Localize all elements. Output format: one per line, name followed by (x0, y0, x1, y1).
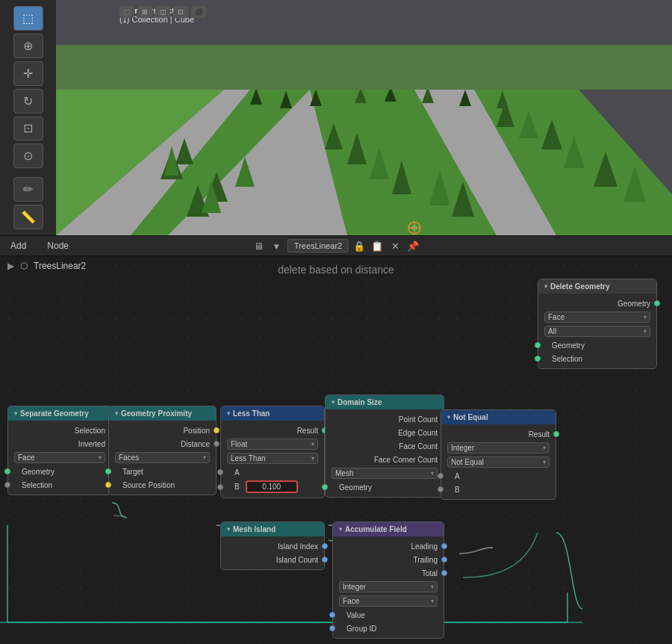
not-equal-header: ▾ Not Equal (441, 410, 556, 424)
less-than-body: Result Float ▾ Less Than ▾ A (221, 421, 324, 498)
notequal-dropdown-row[interactable]: Not Equal ▾ (441, 455, 556, 469)
face-select[interactable]: Face ▾ (14, 452, 105, 463)
node-delete-geometry[interactable]: ▾ Delete Geometry Geometry Face ▾ All ▾ (538, 279, 657, 369)
not-equal-title: Not Equal (453, 413, 488, 421)
add-menu[interactable]: Add (6, 239, 31, 253)
face-select-arrow: ▾ (99, 454, 102, 461)
mesh-dropdown-row[interactable]: Mesh ▾ (326, 466, 444, 480)
node-editor[interactable]: ▶ ⬡ TreesLinear2 delete based on distanc… (0, 256, 672, 644)
collapse-icon[interactable]: ▾ (332, 399, 335, 406)
lessthan-select[interactable]: Less Than ▾ (227, 453, 318, 464)
node-editor-menubar: Add Node 🖥 ▾ TreesLinear2 🔒 📋 ✕ 📌 (0, 235, 672, 256)
dropdown-icon[interactable]: ▾ (270, 238, 284, 253)
viewport-icon-1[interactable]: ⬚ (119, 6, 134, 18)
faces-dropdown-row[interactable]: Faces ▾ (109, 451, 216, 465)
annotate-tool-btn[interactable]: ✏ (13, 177, 43, 202)
mesh-island-body: Island Index Island Count (221, 536, 324, 569)
row-a-in: A (441, 469, 556, 483)
socket-b-in (217, 484, 223, 490)
collapse-icon[interactable]: ▾ (447, 414, 450, 421)
row-geometry-in: Geometry (326, 480, 444, 494)
select-tool-btn[interactable]: ⬚ (13, 6, 43, 31)
menubar-center: 🖥 ▾ TreesLinear2 🔒 📋 ✕ 📌 (252, 238, 420, 253)
viewport-icon-5[interactable]: ⬛ (191, 6, 206, 18)
face-del-select[interactable]: Face ▾ (544, 312, 650, 323)
faces-select[interactable]: Faces ▾ (115, 452, 210, 463)
copy-icon[interactable]: 📋 (370, 238, 385, 253)
b-value-input[interactable]: 0.100 (246, 480, 298, 493)
integer-dropdown-row[interactable]: Integer ▾ (441, 441, 556, 455)
socket-trailing-out (441, 557, 447, 563)
move-tool-btn[interactable]: ✛ (13, 61, 43, 86)
viewport-icon-4[interactable]: ⊡ (173, 6, 188, 18)
collapse-icon[interactable]: ▾ (227, 526, 230, 533)
cursor-tool-btn[interactable]: ⊕ (13, 34, 43, 58)
mesh-select[interactable]: Mesh ▾ (332, 468, 438, 479)
float-select-arrow: ▾ (311, 441, 314, 448)
float-select[interactable]: Float ▾ (227, 439, 318, 450)
socket-selection-in (4, 482, 10, 488)
node-not-equal[interactable]: ▾ Not Equal Result Integer ▾ Not Equal ▾ (441, 409, 556, 500)
collapse-icon[interactable]: ▾ (14, 410, 17, 417)
integer-select[interactable]: Integer ▾ (447, 442, 550, 453)
scale-tool-btn[interactable]: ⊡ (13, 117, 43, 141)
viewport-icon-3[interactable]: ◫ (155, 6, 170, 18)
collapse-icon[interactable]: ▾ (227, 410, 230, 417)
label-a: A (455, 472, 460, 480)
row-target-in: Target (109, 465, 216, 478)
socket-geometry-del-in (535, 342, 541, 348)
row-b-in[interactable]: B 0.100 (221, 479, 324, 495)
geometry-proximity-title: Geometry Proximity (121, 409, 192, 418)
socket-distance-out (214, 441, 220, 447)
collapse-icon[interactable]: ▾ (115, 410, 118, 417)
face-dropdown-row[interactable]: Face ▾ (538, 310, 656, 324)
label-result: Result (227, 427, 318, 435)
notequal-select-arrow: ▾ (543, 459, 546, 465)
label-result: Result (447, 430, 550, 439)
node-separate-geometry[interactable]: ▾ Separate Geometry Selection Inverted F… (7, 406, 112, 495)
row-b-in: B (441, 483, 556, 496)
label-source-position: Source Position (122, 481, 175, 489)
node-domain-size[interactable]: ▾ Domain Size Point Count Edge Count Fac… (325, 394, 444, 498)
collapse-icon[interactable]: ▾ (544, 283, 547, 290)
node-menu[interactable]: Node (43, 239, 73, 253)
collapse-icon[interactable]: ▾ (339, 526, 342, 533)
node-geometry-proximity[interactable]: ▾ Geometry Proximity Position Distance F… (108, 406, 217, 495)
integer2-select[interactable]: Integer ▾ (339, 581, 438, 592)
accumulate-field-body: Leading Trailing Total Integer ▾ Face (333, 536, 444, 638)
viewport-icon-2[interactable]: ⊞ (137, 6, 152, 18)
shield-icon[interactable]: 🔒 (352, 238, 367, 253)
all-select[interactable]: All ▾ (544, 326, 650, 337)
row-face-corner-count-out: Face Corner Count (326, 453, 444, 466)
render-icon[interactable]: 🖥 (252, 238, 267, 253)
label-leading: Leading (339, 542, 438, 551)
close-icon[interactable]: ✕ (388, 238, 402, 253)
node-editor-icon: ⬡ (20, 261, 28, 271)
node-mesh-island[interactable]: ▾ Mesh Island Island Index Island Count (220, 521, 325, 570)
label-geometry-out: Geometry (544, 300, 650, 308)
node-less-than[interactable]: ▾ Less Than Result Float ▾ Less Than ▾ (220, 406, 325, 498)
all-dropdown-row[interactable]: All ▾ (538, 324, 656, 338)
lessthan-dropdown-row[interactable]: Less Than ▾ (221, 451, 324, 465)
node-accumulate-field[interactable]: ▾ Accumulate Field Leading Trailing Tota… (332, 521, 444, 639)
measure-tool-btn[interactable]: 📏 (13, 205, 43, 229)
socket-position-out (214, 427, 220, 433)
transform-tool-btn[interactable]: ⊙ (13, 143, 43, 168)
face2-dropdown-row[interactable]: Face ▾ (333, 594, 444, 608)
float-select-value: Float (231, 440, 247, 448)
pin-icon[interactable]: 📌 (405, 238, 420, 253)
label-edge-count: Edge Count (332, 429, 438, 437)
face2-select[interactable]: Face ▾ (339, 595, 438, 607)
collapse-arrow[interactable]: ▶ (7, 261, 14, 271)
row-selection-in: Selection (8, 478, 111, 492)
rotate-tool-btn[interactable]: ↻ (13, 89, 43, 114)
socket-source-pos-in (105, 482, 111, 488)
face-dropdown-row[interactable]: Face ▾ (8, 451, 111, 465)
integer2-dropdown-row[interactable]: Integer ▾ (333, 580, 444, 594)
3d-viewport[interactable]: ⬚ ⊕ ✛ ↻ ⊡ ⊙ ✏ 📏 (0, 0, 672, 235)
node-name-display[interactable]: TreesLinear2 (287, 239, 349, 253)
notequal-select[interactable]: Not Equal ▾ (447, 456, 550, 468)
float-dropdown-row[interactable]: Float ▾ (221, 437, 324, 451)
delete-geometry-header: ▾ Delete Geometry (538, 279, 656, 294)
row-inverted-out: Inverted (8, 437, 111, 451)
